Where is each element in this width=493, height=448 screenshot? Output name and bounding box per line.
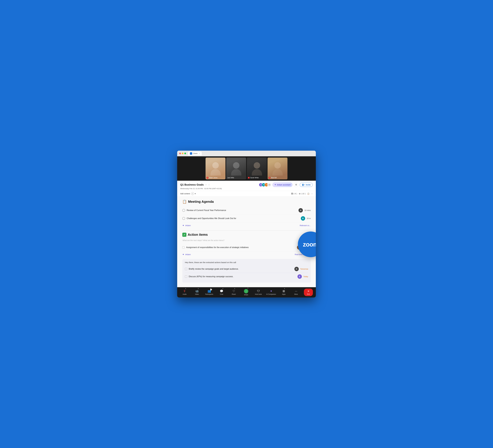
toolbar-chat[interactable]: 💬 ▲ Chat — [217, 290, 226, 295]
video-label: Video — [195, 293, 199, 295]
video-icon: 📹 — [195, 290, 199, 293]
participants-caret[interactable]: ▲ — [210, 288, 211, 289]
toolbar-share[interactable]: ↑ ▲ Share — [242, 289, 251, 296]
meeting-title: Q1 Business Goals — [180, 183, 204, 186]
agenda-item-2-text: Challenges and Opportunities We Should L… — [187, 217, 236, 219]
more-dots-icon: ··· — [295, 290, 297, 293]
layers-count: ( — [301, 193, 302, 195]
rt-action-item-2-text: Discuss (KPIs) for measuring campaign su… — [189, 275, 233, 278]
rt-square-check-2[interactable] — [185, 275, 187, 278]
layers-button[interactable]: ⊞ (10) — [299, 193, 306, 195]
images-count: ( — [294, 193, 294, 195]
toolbar-react[interactable]: ♡ ▲ React — [229, 290, 238, 295]
image-icon: 🖼 — [291, 193, 293, 195]
ai-companion-label: AI Companion — [266, 293, 276, 295]
settings-button[interactable]: ⚙ — [294, 183, 298, 187]
favorite-button[interactable]: ☆ — [208, 184, 210, 186]
more-options-button[interactable]: ··· — [311, 193, 313, 195]
participant-name-sarah: Sarah White — [250, 177, 259, 179]
toolbar-audio[interactable]: 🎙 ▲ Audio — [180, 290, 189, 295]
audio-muted-icon: 🎙 — [183, 290, 186, 293]
real-time-intro-text: Hey there, these are the extracted actio… — [185, 261, 308, 263]
participants-label: Participants — [205, 293, 213, 295]
iadm-agenda-row: ✦ iAdam Relevant co... — [182, 222, 311, 229]
video-strip: 🎙 Adam Jones Jack Wills 🎙 Sarah White — [177, 156, 316, 181]
agenda-item-1-time: 10 mins — [304, 209, 311, 211]
iadm-actions-label: iAdam — [185, 253, 191, 255]
action-items-placeholder: What are the next steps? What are the ac… — [183, 239, 311, 241]
ai-companion-icon: ✦ — [270, 290, 272, 293]
close-button[interactable] — [179, 153, 181, 154]
end-icon: ✕ — [307, 290, 310, 293]
agenda-item-1-text: Review of Current Fiscal Year Performanc… — [187, 209, 226, 211]
more-label: More — [294, 293, 298, 295]
add-content-button[interactable]: Add content: + ▾ — [180, 192, 196, 195]
relevant-button[interactable]: Relevant co... — [300, 224, 311, 227]
images-button[interactable]: 🖼 (6) — [291, 193, 297, 195]
react-caret[interactable]: ▲ — [234, 288, 235, 289]
browser-tab[interactable]: z Zoom × — [188, 152, 202, 155]
meeting-actions: A B C +4 ✦ iAdam assistant ⚙ 👤+ Invite — [259, 183, 313, 187]
zoom-favicon: z — [190, 152, 192, 155]
iadm-star-icon: ✦ — [274, 184, 276, 186]
agenda-icon: 📋 — [182, 199, 187, 204]
invite-icon: 👤+ — [302, 184, 305, 186]
notes-button[interactable]: 📋 — [307, 193, 309, 195]
agenda-item-2: Challenges and Opportunities We Should L… — [182, 214, 311, 222]
chat-caret[interactable]: ▲ — [222, 288, 224, 289]
react-icon: ♡ — [233, 290, 235, 293]
layers-icon: ⊞ — [299, 193, 300, 195]
toolbar-right: 🖼 (6) ⊞ (10) 📋 ··· — [291, 193, 313, 195]
share-icon: ↑ — [246, 290, 247, 293]
check-circle-2[interactable] — [182, 217, 185, 220]
mute-indicator-adam: 🎙 — [207, 177, 208, 179]
toolbar-ai-companion[interactable]: ✦ AI Companion — [266, 290, 276, 295]
images-count-val: 6 — [295, 193, 296, 195]
toolbar-apps[interactable]: ⊞ ▲ Apps — [279, 290, 288, 295]
toolbar-participants[interactable]: 👥 1 ▲ Participants — [205, 290, 214, 295]
title-bar: z Zoom × — [177, 151, 316, 156]
maximize-button[interactable] — [184, 153, 186, 154]
rt-action-item-2: Discuss (KPIs) for measuring campaign su… — [185, 273, 308, 280]
share-caret[interactable]: ▲ — [247, 287, 248, 289]
action-items-section: ✓ Action items What are the next steps? … — [182, 233, 311, 283]
plus-icon[interactable]: + — [191, 192, 194, 195]
action-item-1-text: Assignment of responsibilities for the e… — [186, 246, 248, 249]
chevron-down-icon[interactable]: ▾ — [195, 193, 196, 195]
apps-label: Apps — [282, 293, 286, 295]
toolbar-end[interactable]: ✕ End — [304, 289, 313, 296]
invite-button[interactable]: 👤+ Invite — [300, 183, 313, 187]
more-icon: ··· — [311, 193, 313, 195]
apps-caret[interactable]: ▲ — [284, 288, 285, 289]
notes-icon: 📋 — [307, 193, 309, 195]
tab-close-button[interactable]: × — [199, 153, 200, 154]
toolbar-more[interactable]: ··· More — [291, 290, 301, 295]
audio-caret[interactable]: ▲ — [185, 288, 186, 289]
toolbar-host-tools[interactable]: 🛡 Host tools — [254, 290, 263, 295]
iadm-star-agenda-icon: ✦ — [182, 224, 184, 227]
rt-square-check-1[interactable] — [185, 268, 187, 270]
zoom-logo-text: zoom — [303, 241, 316, 248]
chat-label: Chat — [220, 293, 223, 295]
minimize-button[interactable] — [182, 153, 183, 154]
square-check-1[interactable] — [182, 246, 185, 249]
main-content: 📋 Meeting Agenda Review of Current Fisca… — [177, 197, 316, 287]
mute-indicator-matt: 🎙 — [269, 177, 270, 179]
toolbar-video[interactable]: 📹 ▲ Video — [192, 290, 202, 295]
check-circle-1[interactable] — [182, 209, 185, 212]
meeting-options-button[interactable]: ··· — [205, 183, 207, 186]
share-label: Share — [244, 294, 248, 296]
video-caret[interactable]: ▲ — [198, 288, 199, 289]
iadm-assistant-button[interactable]: ✦ iAdam assistant — [272, 183, 292, 187]
audio-label: Audio — [183, 293, 187, 295]
rt-action-item-1-text: Briefly review the campaign goals and ta… — [189, 268, 239, 270]
action-items-icon: ✓ — [182, 233, 186, 237]
section-divider — [182, 230, 311, 231]
chat-icon: 💬 — [220, 290, 223, 293]
video-tile-matt: 🎙 Matt Riff — [268, 158, 287, 179]
agenda-item-1: Review of Current Fiscal Year Performanc… — [182, 206, 311, 214]
mute-indicator-sarah: 🎙 — [248, 177, 250, 179]
rt-action-item-1-avatar: D — [294, 267, 299, 271]
extra-participants-count: +4 — [267, 183, 271, 187]
agenda-item-2-time: 20 m — [307, 217, 311, 219]
